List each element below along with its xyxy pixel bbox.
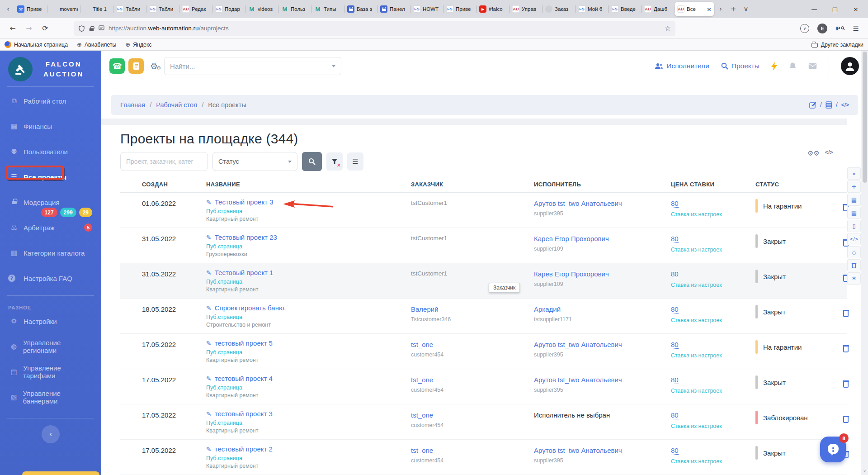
browser-tab[interactable]: M Польз [278, 2, 311, 16]
sidebar-item-users[interactable]: ⚉ Пользователи [0, 139, 101, 164]
browser-tab[interactable]: ⚒ Приве [14, 2, 47, 16]
document-button[interactable] [128, 58, 144, 74]
projects-search-link[interactable]: Проекты [721, 62, 760, 70]
bookmark-avia[interactable]: ⊕Авиабилеты [77, 41, 116, 48]
browser-tab[interactable]: AU Управ [509, 2, 542, 16]
browser-tab[interactable]: FS HOWT [410, 2, 443, 16]
phone-button[interactable]: ☎ [109, 58, 125, 74]
project-name-link[interactable]: Тестовый проект 3 [215, 198, 274, 206]
code-icon[interactable]: </> [841, 102, 849, 108]
browser-tab[interactable]: Title 1 [80, 2, 113, 16]
lock-icon[interactable] [90, 26, 94, 31]
collapse-icon[interactable]: « [847, 167, 861, 180]
browser-tab[interactable]: База з [344, 2, 377, 16]
user-avatar[interactable] [841, 57, 859, 75]
bid-price-link[interactable]: 80 [671, 446, 679, 455]
executor-name[interactable]: Карев Егор Прохорович [534, 235, 665, 242]
edit-project-icon[interactable]: ✎ [206, 410, 212, 418]
bookmark-yandex[interactable]: ⊕Яндекс [125, 41, 151, 48]
browser-tab[interactable]: FS Подар [212, 2, 245, 16]
edit-project-icon[interactable]: ✎ [206, 340, 212, 347]
bid-price-link[interactable]: 80 [671, 376, 679, 384]
breadcrumb-desk-link[interactable]: Рабочий стол [156, 101, 197, 109]
sidebar-item-tariffs[interactable]: ▤ Управление тарифами [0, 359, 101, 385]
browser-tab[interactable]: AU Редак [179, 2, 212, 16]
bid-from-settings-link[interactable]: Ставка из настроек [671, 317, 722, 323]
project-name-link[interactable]: Спроектировать баню. [215, 304, 286, 312]
permissions-icon[interactable] [99, 25, 104, 31]
plus-icon[interactable]: + [847, 180, 861, 193]
scroll-down-arrow[interactable]: ∨ [861, 469, 868, 473]
bid-price-link[interactable]: 80 [671, 235, 679, 243]
edit-project-icon[interactable]: ✎ [206, 304, 212, 312]
column-executor[interactable]: ИСПОЛНИТЕЛЬ [534, 181, 581, 188]
bid-from-settings-link[interactable]: Ставка из настроек [671, 352, 722, 359]
project-name-link[interactable]: тестовый проект 4 [215, 375, 273, 382]
bell-icon[interactable] [789, 62, 797, 70]
url-text[interactable]: https://auction.web-automation.ru/auproj… [108, 25, 665, 32]
bid-price-link[interactable]: 80 [671, 411, 679, 419]
browser-tab[interactable]: AU Все × [675, 2, 714, 16]
project-name-link[interactable]: тестовый проект 3 [215, 410, 273, 418]
window-close-button[interactable]: × [845, 6, 866, 13]
bid-price-link[interactable]: 80 [671, 200, 679, 208]
page-settings-gears-icon[interactable]: ⚙⚙ [807, 149, 820, 157]
edit-page-icon[interactable] [809, 101, 816, 109]
database-icon[interactable] [826, 101, 832, 109]
public-page-link[interactable]: Пуб.страница [206, 314, 401, 320]
edit-project-icon[interactable]: ✎ [206, 234, 212, 241]
customer-name[interactable]: Валерий [411, 305, 510, 313]
project-name-link[interactable]: Тестовый проект 23 [215, 233, 277, 241]
column-status[interactable]: СТАТУС [755, 181, 779, 188]
table-icon[interactable]: ▦ [847, 207, 861, 219]
page-scrollbar[interactable]: ∨ [861, 51, 868, 475]
delete-project-button[interactable] [843, 309, 849, 318]
executor-name[interactable]: Арутов tst_two Анатольевич [534, 446, 665, 454]
public-page-link[interactable]: Пуб.страница [206, 385, 401, 391]
sidebar-item-desktop[interactable]: ⧉ Рабочий стол [0, 88, 101, 114]
new-tab-button[interactable]: + [727, 5, 740, 13]
sidebar-collapse-button[interactable]: ‹ [42, 425, 60, 443]
global-search-combobox[interactable]: Найти... [164, 57, 341, 75]
tab-close-icon[interactable]: × [707, 6, 712, 13]
bid-from-settings-link[interactable]: Ставка из настроек [671, 423, 722, 429]
customer-name[interactable]: tst_one [411, 411, 510, 419]
sidebar-item-scales[interactable]: ⚖ Арбитраж 5 [0, 215, 101, 240]
edit-project-icon[interactable]: ✎ [206, 199, 212, 206]
back-icon[interactable]: ← [5, 21, 20, 36]
gears-icon[interactable]: ⚙⚙ [150, 61, 158, 71]
bid-price-link[interactable]: 80 [671, 305, 679, 314]
pocket-icon[interactable]: ∨ [800, 24, 809, 33]
ip-extension-icon[interactable]: IP [835, 26, 844, 31]
profile-badge[interactable]: E [817, 24, 827, 33]
breadcrumb-home-link[interactable]: Главная [120, 101, 145, 109]
column-price[interactable]: ЦЕНА СТАВКИ [671, 181, 714, 188]
customer-name[interactable]: tstCustomer1 [411, 200, 510, 206]
executor-name[interactable]: Исполнитель не выбран [534, 411, 665, 419]
sidebar-item-finance[interactable]: ▦ Финансы [0, 114, 101, 139]
delete-project-button[interactable] [843, 415, 849, 424]
cube-icon[interactable]: ◇ [847, 246, 861, 258]
executor-name[interactable]: Карев Егор Прохорович [534, 270, 665, 278]
browser-tab[interactable]: M Типы [311, 2, 344, 16]
clear-filter-button[interactable]: ✕ [326, 152, 343, 171]
menu-icon[interactable]: ☰ [853, 24, 859, 33]
bug-icon[interactable]: ✶ [847, 272, 861, 285]
bookmark-home[interactable]: Начальная страница [5, 41, 68, 48]
browser-tab[interactable]: movemen [47, 2, 80, 16]
edit-project-icon[interactable]: ✎ [206, 375, 212, 382]
sidebar-item-banners[interactable]: ▧ Управление баннерами [0, 385, 101, 410]
tab-overflow-icon[interactable]: ∨ [740, 5, 752, 13]
customer-name[interactable]: tstCustomer1 [411, 270, 510, 277]
window-maximize-button[interactable]: □ [825, 6, 845, 13]
column-created[interactable]: СОЗДАН [142, 181, 168, 188]
customer-name[interactable]: tst_one [411, 341, 510, 348]
trash-icon[interactable] [847, 259, 861, 271]
browser-tab[interactable]: FS Мой б [576, 2, 609, 16]
executor-name[interactable]: Арутов tst_two Анатольевич [534, 376, 665, 384]
apply-filter-button[interactable] [302, 152, 322, 171]
sidebar-item-catalog[interactable]: ▥ Категории каталога [0, 240, 101, 266]
executors-link[interactable]: Исполнители [655, 62, 709, 70]
bid-price-link[interactable]: 80 [671, 270, 679, 278]
bid-from-settings-link[interactable]: Ставка из настроек [671, 247, 722, 253]
